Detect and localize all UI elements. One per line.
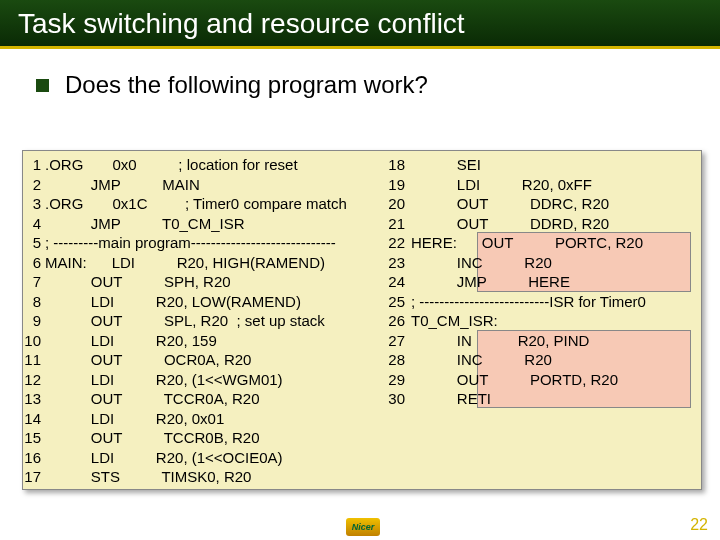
line-numbers-left: 1234567891011121314151617 — [23, 155, 41, 487]
lineno: 5 — [23, 233, 41, 253]
code-panel: 1234567891011121314151617 .ORG 0x0 ; loc… — [22, 150, 702, 490]
code-line: MAIN: LDI R20, HIGH(RAMEND) — [45, 253, 347, 273]
code-line: ; ---------main program-----------------… — [45, 233, 347, 253]
lineno: 26 — [383, 311, 405, 331]
code-line: .ORG 0x1C ; Timer0 compare match — [45, 194, 347, 214]
lineno: 20 — [383, 194, 405, 214]
lineno: 7 — [23, 272, 41, 292]
code-line: LDI R20, LOW(RAMEND) — [45, 292, 347, 312]
code-line: .ORG 0x0 ; location for reset — [45, 155, 347, 175]
code-line: HERE: OUT PORTC, R20 — [411, 233, 646, 253]
slide-title: Task switching and resource conflict — [0, 8, 720, 44]
code-line: JMP T0_CM_ISR — [45, 214, 347, 234]
page-number: 22 — [690, 516, 708, 534]
code-line: OUT TCCR0A, R20 — [45, 389, 347, 409]
code-right-column: SEI LDI R20, 0xFF OUT DDRC, R20 OUT DDRD… — [411, 155, 646, 409]
line-numbers-right: 18192021222324252627282930 — [383, 155, 405, 409]
code-line: JMP HERE — [411, 272, 646, 292]
code-left-column: .ORG 0x0 ; location for reset JMP MAIN.O… — [45, 155, 347, 487]
lineno: 9 — [23, 311, 41, 331]
code-line: RETI — [411, 389, 646, 409]
code-line: OUT DDRC, R20 — [411, 194, 646, 214]
code-line: OUT OCR0A, R20 — [45, 350, 347, 370]
lineno: 2 — [23, 175, 41, 195]
code-line: LDI R20, (1<<WGM01) — [45, 370, 347, 390]
lineno: 23 — [383, 253, 405, 273]
lineno: 24 — [383, 272, 405, 292]
lineno: 17 — [23, 467, 41, 487]
footer-logo: Nicer — [346, 518, 380, 536]
slide-subtitle: Does the following program work? — [65, 71, 428, 99]
code-line: SEI — [411, 155, 646, 175]
lineno: 13 — [23, 389, 41, 409]
code-line: STS TIMSK0, R20 — [45, 467, 347, 487]
subtitle-row: Does the following program work? — [0, 49, 720, 99]
title-bar: Task switching and resource conflict — [0, 0, 720, 49]
code-line: JMP MAIN — [45, 175, 347, 195]
code-line: OUT SPH, R20 — [45, 272, 347, 292]
code-line: OUT DDRD, R20 — [411, 214, 646, 234]
code-line: LDI R20, 159 — [45, 331, 347, 351]
lineno: 29 — [383, 370, 405, 390]
lineno: 15 — [23, 428, 41, 448]
code-line: LDI R20, 0x01 — [45, 409, 347, 429]
code-line: OUT SPL, R20 ; set up stack — [45, 311, 347, 331]
lineno: 4 — [23, 214, 41, 234]
lineno: 21 — [383, 214, 405, 234]
lineno: 14 — [23, 409, 41, 429]
code-line: OUT TCCR0B, R20 — [45, 428, 347, 448]
lineno: 19 — [383, 175, 405, 195]
code-line: IN R20, PIND — [411, 331, 646, 351]
lineno: 1 — [23, 155, 41, 175]
code-line: LDI R20, (1<<OCIE0A) — [45, 448, 347, 468]
lineno: 30 — [383, 389, 405, 409]
code-line: INC R20 — [411, 350, 646, 370]
bullet-icon — [36, 79, 49, 92]
lineno: 28 — [383, 350, 405, 370]
code-line: T0_CM_ISR: — [411, 311, 646, 331]
lineno: 12 — [23, 370, 41, 390]
lineno: 6 — [23, 253, 41, 273]
lineno: 3 — [23, 194, 41, 214]
lineno: 16 — [23, 448, 41, 468]
lineno: 22 — [383, 233, 405, 253]
lineno: 10 — [23, 331, 41, 351]
lineno: 27 — [383, 331, 405, 351]
lineno: 11 — [23, 350, 41, 370]
lineno: 18 — [383, 155, 405, 175]
lineno: 8 — [23, 292, 41, 312]
code-line: ; --------------------------ISR for Time… — [411, 292, 646, 312]
code-line: LDI R20, 0xFF — [411, 175, 646, 195]
lineno: 25 — [383, 292, 405, 312]
code-line: OUT PORTD, R20 — [411, 370, 646, 390]
code-line: INC R20 — [411, 253, 646, 273]
